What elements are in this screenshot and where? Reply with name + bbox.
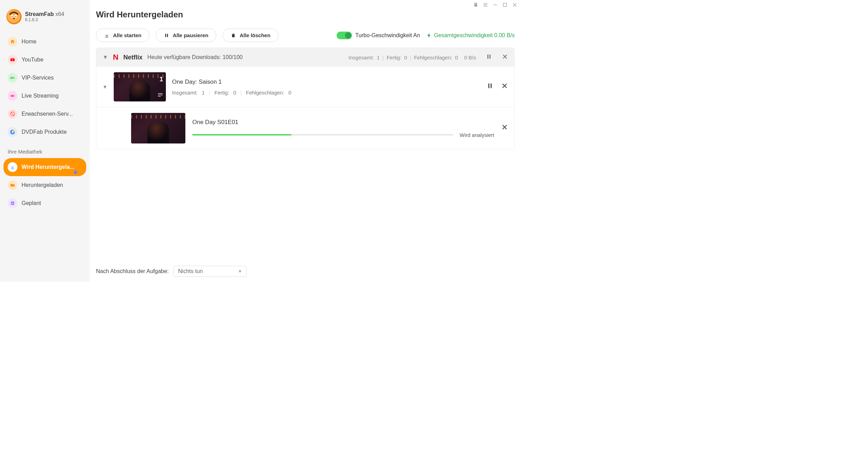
notification-dot-icon xyxy=(74,171,77,174)
chevron-down-icon[interactable]: ▼ xyxy=(103,84,107,90)
theme-icon[interactable] xyxy=(473,2,479,9)
season-thumbnail: 1 xyxy=(114,72,166,101)
camera-icon xyxy=(8,91,17,101)
svg-rect-28 xyxy=(488,83,489,88)
trash-icon xyxy=(231,33,236,38)
select-value: Nichts tun xyxy=(178,268,203,274)
sidebar-item-live[interactable]: Live Streaming xyxy=(3,87,86,105)
after-task-label: Nach Abschluss der Aufgabe: xyxy=(96,268,169,274)
svg-rect-21 xyxy=(165,34,166,37)
sidebar-item-label: VIP-Services xyxy=(22,75,54,81)
download-arrow-icon xyxy=(104,33,110,38)
sidebar-item-label: YouTube xyxy=(22,57,43,63)
season-info: One Day: Saison 1 Insgesamt:1 | Fertig:0… xyxy=(172,79,291,96)
svg-rect-8 xyxy=(11,95,13,97)
overall-speed: Gesamtgeschwindigkeit 0.00 B/s xyxy=(426,32,515,39)
episode-close-button[interactable] xyxy=(501,124,508,133)
svg-rect-15 xyxy=(11,203,13,203)
sidebar-item-label: Erwachsenen-Serv... xyxy=(22,111,73,117)
pause-all-button[interactable]: Alle pausieren xyxy=(156,28,217,42)
youtube-icon xyxy=(8,55,17,65)
svg-point-12 xyxy=(12,131,14,133)
provider-stats: Insgesamt: 1 | Fertig: 0 | Fehlgeschlage… xyxy=(348,55,476,60)
thumb-count-badge: 1 xyxy=(160,76,163,83)
main-content: Wird Heruntergeladen Alle starten Alle p… xyxy=(90,0,521,282)
sidebar-item-youtube[interactable]: YouTube xyxy=(3,51,86,69)
sidebar-item-label: Heruntergeladen xyxy=(22,182,63,188)
start-all-button[interactable]: Alle starten xyxy=(96,28,150,42)
close-icon[interactable] xyxy=(512,2,517,9)
key-icon xyxy=(8,73,17,83)
season-pause-button[interactable] xyxy=(487,82,493,91)
chevron-down-icon: ▼ xyxy=(238,269,242,274)
provider-block: ▼ N Netflix Heute verfügbare Downloads: … xyxy=(96,48,515,149)
provider-pause-button[interactable] xyxy=(486,54,492,61)
season-row: ▼ 1 One Day: Saison 1 Insgesamt:1 | Fert… xyxy=(96,67,514,107)
nav-library: Wird Heruntergela... Heruntergeladen Gep… xyxy=(0,157,90,214)
nav-main: Home YouTube VIP-Services Live Streaming… xyxy=(0,31,90,142)
sidebar-item-scheduled[interactable]: Geplant xyxy=(3,194,86,212)
provider-quota: Heute verfügbare Downloads: 100/100 xyxy=(147,54,243,60)
download-icon xyxy=(8,162,17,172)
app-name: StreamFab x64 xyxy=(25,11,64,17)
pause-icon xyxy=(164,33,169,38)
svg-point-4 xyxy=(15,16,16,17)
button-label: Alle starten xyxy=(113,32,142,38)
provider-speed: 0 B/s xyxy=(464,55,476,60)
netflix-icon: N xyxy=(113,53,119,62)
chevron-down-icon[interactable]: ▼ xyxy=(103,54,108,60)
sidebar-item-adult[interactable]: Erwachsenen-Serv... xyxy=(3,105,86,123)
svg-line-10 xyxy=(11,112,14,115)
speed-label: Gesamtgeschwindigkeit 0.00 B/s xyxy=(434,32,515,39)
disc-icon xyxy=(8,127,17,137)
svg-rect-16 xyxy=(11,203,13,204)
sidebar-item-dvdfab[interactable]: DVDFab Produkte xyxy=(3,123,86,141)
svg-rect-29 xyxy=(491,83,492,88)
sidebar-item-label: Wird Heruntergela... xyxy=(22,164,74,170)
sidebar-item-downloading[interactable]: Wird Heruntergela... xyxy=(3,158,86,176)
minimize-icon[interactable] xyxy=(492,2,498,9)
bolt-icon xyxy=(426,32,432,39)
delete-all-button[interactable]: Alle löschen xyxy=(223,28,278,42)
episode-thumbnail xyxy=(131,113,185,143)
menu-icon[interactable] xyxy=(483,2,488,9)
svg-rect-20 xyxy=(105,37,108,37)
after-task-select[interactable]: Nichts tun ▼ xyxy=(174,266,247,277)
provider-name: Netflix xyxy=(123,54,143,61)
provider-header: ▼ N Netflix Heute verfügbare Downloads: … xyxy=(96,48,514,67)
sidebar-item-label: Geplant xyxy=(22,200,41,206)
page-title: Wird Heruntergeladen xyxy=(90,0,521,26)
app-logo-area: StreamFab x64 6.1.6.3 xyxy=(0,5,90,31)
folder-icon xyxy=(8,180,17,190)
sidebar-item-label: DVDFab Produkte xyxy=(22,129,67,135)
sidebar-item-vip[interactable]: VIP-Services xyxy=(3,69,86,87)
turbo-toggle[interactable] xyxy=(337,32,352,39)
list-icon xyxy=(8,198,17,208)
svg-rect-23 xyxy=(488,55,489,59)
sidebar-item-home[interactable]: Home xyxy=(3,33,86,51)
svg-rect-18 xyxy=(493,5,497,5)
maximize-icon[interactable] xyxy=(502,2,508,9)
progress-bar xyxy=(192,134,453,135)
sidebar-item-label: Home xyxy=(22,39,37,45)
episode-title: One Day S01E01 xyxy=(192,119,494,126)
sidebar-item-label: Live Streaming xyxy=(22,93,59,99)
eighteen-icon xyxy=(8,109,17,119)
playlist-icon xyxy=(158,93,163,99)
app-version: 6.1.6.3 xyxy=(25,17,64,22)
episode-row: One Day S01E01 Wird analysiert xyxy=(96,107,514,149)
svg-rect-19 xyxy=(503,3,506,6)
sidebar-item-downloaded[interactable]: Heruntergeladen xyxy=(3,176,86,194)
svg-point-7 xyxy=(11,77,13,79)
svg-rect-26 xyxy=(158,95,162,95)
episode-status: Wird analysiert xyxy=(460,132,494,138)
svg-rect-24 xyxy=(490,55,491,59)
svg-rect-25 xyxy=(158,93,162,94)
svg-rect-27 xyxy=(158,96,161,97)
footer: Nach Abschluss der Aufgabe: Nichts tun ▼ xyxy=(90,261,521,282)
season-close-button[interactable] xyxy=(501,82,508,91)
provider-close-button[interactable] xyxy=(502,54,508,61)
season-title: One Day: Saison 1 xyxy=(172,79,291,85)
svg-rect-13 xyxy=(11,168,14,169)
svg-point-3 xyxy=(11,16,13,17)
